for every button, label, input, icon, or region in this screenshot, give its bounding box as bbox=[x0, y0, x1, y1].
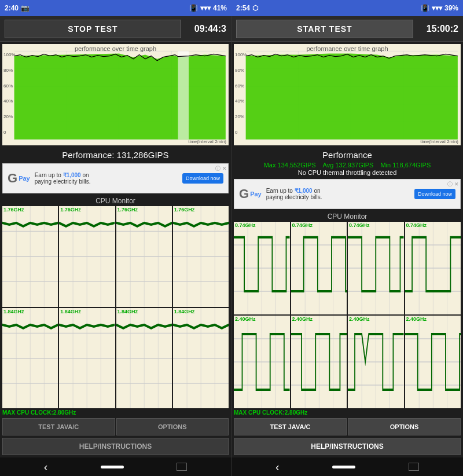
timer-left: 09:44:3 bbox=[186, 24, 226, 34]
cpu-cell-r0-0: 0.74GHz bbox=[234, 222, 290, 314]
gpay-g-left: G bbox=[8, 171, 17, 186]
ad-download-btn-left[interactable]: Download now bbox=[182, 173, 223, 184]
graph-svg-right bbox=[234, 44, 461, 145]
help-btn-right[interactable]: HELP/INSTRUCTIONS bbox=[234, 438, 461, 455]
battery-left: 41% bbox=[213, 4, 227, 12]
time-right: 2:54 bbox=[236, 4, 250, 12]
cpu-monitor-label-right: CPU Monitor bbox=[232, 211, 463, 221]
start-test-button[interactable]: START TEST bbox=[236, 20, 413, 38]
cpu-cell-0-3: 1.76GHz bbox=[173, 206, 229, 307]
ad-corner-icon-left: ⓘ ✕ bbox=[215, 165, 227, 173]
ad-text-right: Earn up to ₹1,000 on paying electricity … bbox=[266, 188, 414, 200]
svg-marker-78 bbox=[246, 53, 458, 139]
recents-btn-right[interactable] bbox=[409, 463, 419, 471]
perf-text-right: Performance bbox=[232, 148, 463, 161]
ad-corner-icon-right: ⓘ ✕ bbox=[447, 181, 459, 188]
perf-graph-right: performance over time graph 100% 80% 60%… bbox=[234, 44, 461, 145]
cpu-cell-1-0: 1.84GHz bbox=[2, 308, 58, 409]
test-java-btn-left[interactable]: TEST JAVA/C bbox=[2, 418, 115, 435]
max-clock-left: MAX CPU CLOCK:2.80GHz bbox=[0, 408, 231, 417]
time-left: 2:40 bbox=[5, 4, 19, 12]
time-interval-right: time(interval 2min) bbox=[420, 139, 458, 144]
battery-right: 39% bbox=[444, 4, 458, 12]
back-btn-left[interactable]: ‹ bbox=[44, 460, 48, 474]
ad-banner-left: G Pay Earn up to ₹1,000 on paying electr… bbox=[2, 163, 229, 193]
ad-banner-right: G Pay Earn up to ₹1,000 on paying electr… bbox=[234, 179, 461, 209]
time-interval-left: time(interval 2min) bbox=[188, 139, 226, 144]
gpay-g-right: G bbox=[239, 186, 249, 202]
vibrate-icon-r: 📳 bbox=[421, 4, 429, 12]
back-btn-right[interactable]: ‹ bbox=[275, 460, 280, 474]
options-btn-left[interactable]: OPTIONS bbox=[116, 418, 229, 435]
graph-title-left: performance over time graph bbox=[2, 45, 229, 52]
home-btn-right[interactable] bbox=[332, 466, 355, 468]
screenshot-icon: ⬡ bbox=[252, 4, 258, 12]
cpu-monitor-label-left: CPU Monitor bbox=[0, 196, 231, 205]
perf-text-left: Performance: 131,286GIPS bbox=[0, 148, 231, 161]
status-bar-right: 2:54 ⬡ 📳 ▾▾▾ 39% bbox=[232, 0, 463, 16]
graph-title-right: performance over time graph bbox=[234, 45, 461, 52]
svg-rect-11 bbox=[178, 51, 189, 139]
signal-icon: ▾▾▾ bbox=[200, 4, 211, 12]
cpu-cell-0-0: 1.76GHz bbox=[2, 206, 58, 307]
perf-stats-row: Max 134,552GIPS Avg 132,937GIPS Min 118,… bbox=[234, 162, 461, 169]
cpu-cell-r1-1: 2.40GHz bbox=[291, 316, 347, 408]
cpu-cell-r1-3: 2.40GHz bbox=[405, 316, 461, 408]
y-axis-left: 100% 80% 60% 40% 20% 0 bbox=[3, 52, 15, 135]
panel-right: START TEST 15:00:2 performance over time… bbox=[232, 16, 463, 476]
help-btn-row-right: HELP/INSTRUCTIONS bbox=[232, 437, 463, 457]
perf-avg: Avg 132,937GIPS bbox=[323, 162, 374, 169]
timer-right: 15:00:2 bbox=[418, 24, 458, 34]
ad-text-left: Earn up to ₹1,000 on paying electricity … bbox=[35, 172, 182, 185]
cpu-cell-r1-0: 2.40GHz bbox=[234, 316, 290, 408]
test-java-btn-right[interactable]: TEST JAVA/C bbox=[234, 418, 347, 435]
signal-icon-r: ▾▾▾ bbox=[432, 4, 442, 12]
graph-svg-left bbox=[2, 44, 229, 145]
perf-max: Max 134,552GIPS bbox=[264, 162, 316, 169]
cpu-cell-r0-2: 0.74GHz bbox=[348, 222, 404, 314]
panel-left: STOP TEST 09:44:3 performance over time … bbox=[0, 16, 232, 476]
bottom-buttons-left: TEST JAVA/C OPTIONS bbox=[0, 417, 231, 437]
cpu-grid-left: 1.76GHz 1.76GHz bbox=[2, 206, 229, 408]
throttle-text: No CPU thermal throttling detected bbox=[234, 169, 461, 176]
ad-download-btn-right[interactable]: Download now bbox=[414, 189, 455, 199]
gpay-label-left: Pay bbox=[19, 175, 30, 182]
cpu-cell-1-3: 1.84GHz bbox=[173, 308, 229, 409]
panel-left-header: STOP TEST 09:44:3 bbox=[0, 16, 231, 42]
cpu-cell-0-2: 1.76GHz bbox=[116, 206, 172, 307]
options-btn-right[interactable]: OPTIONS bbox=[348, 418, 461, 435]
cpu-cell-1-2: 1.84GHz bbox=[116, 308, 172, 409]
cpu-cell-r0-3: 0.74GHz bbox=[405, 222, 461, 314]
svg-marker-10 bbox=[14, 53, 226, 139]
stop-test-button[interactable]: STOP TEST bbox=[5, 20, 181, 38]
cpu-cell-1-1: 1.84GHz bbox=[59, 308, 115, 409]
perf-min: Min 118,674GIPS bbox=[380, 162, 431, 169]
cpu-grid-right: 0.74GHz 0.74GHz bbox=[234, 222, 461, 408]
recents-btn-left[interactable] bbox=[177, 463, 187, 471]
panel-right-header: START TEST 15:00:2 bbox=[232, 16, 463, 42]
help-btn-row-left: HELP/INSTRUCTIONS bbox=[0, 437, 231, 457]
cpu-cell-r0-1: 0.74GHz bbox=[291, 222, 347, 314]
cpu-cell-r1-2: 2.40GHz bbox=[348, 316, 404, 408]
max-clock-right: MAX CPU CLOCK:2.80GHz bbox=[232, 408, 463, 417]
status-bar-left: 2:40 📷 📳 ▾▾▾ 41% bbox=[0, 0, 232, 16]
photo-icon: 📷 bbox=[21, 4, 30, 12]
home-btn-left[interactable] bbox=[101, 466, 124, 468]
perf-graph-left: performance over time graph 100% 80% 60%… bbox=[2, 44, 229, 145]
perf-details-right: Max 134,552GIPS Avg 132,937GIPS Min 118,… bbox=[232, 161, 463, 177]
help-btn-left[interactable]: HELP/INSTRUCTIONS bbox=[2, 438, 229, 455]
gpay-label-right: Pay bbox=[250, 191, 262, 197]
bottom-buttons-right: TEST JAVA/C OPTIONS bbox=[232, 417, 463, 437]
cpu-cell-0-1: 1.76GHz bbox=[59, 206, 115, 307]
vibrate-icon: 📳 bbox=[189, 4, 198, 12]
y-axis-right: 100% 80% 60% 40% 20% 0 bbox=[235, 52, 247, 135]
